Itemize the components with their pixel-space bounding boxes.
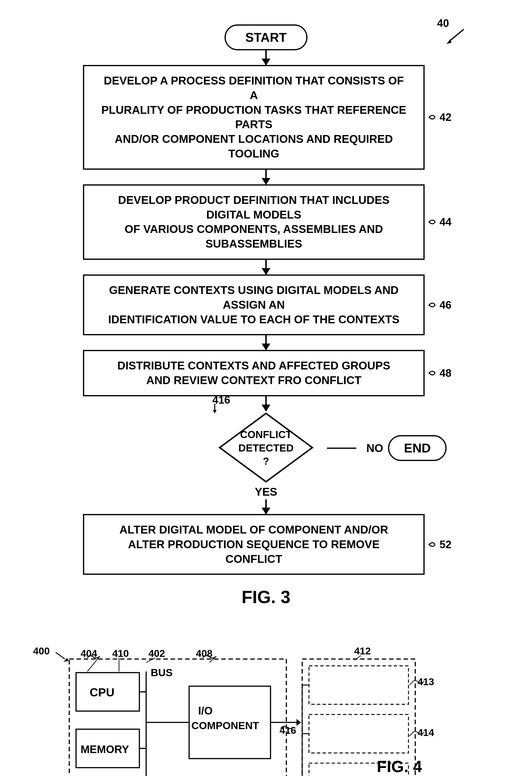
end-box: END xyxy=(388,435,447,461)
svg-text:400: 400 xyxy=(33,645,50,657)
arrow-46-to-48 xyxy=(265,335,267,350)
box44-row: DEVELOP PRODUCT DEFINITION THAT INCLUDES… xyxy=(83,184,449,260)
ref-52-container: 52 xyxy=(425,538,452,551)
diamond-shape: CONFLICTDETECTED? xyxy=(217,411,315,485)
svg-text:413: 413 xyxy=(418,676,434,688)
fig3-caption: FIG. 3 xyxy=(242,587,290,607)
box-44: DEVELOP PRODUCT DEFINITION THAT INCLUDES… xyxy=(83,184,425,260)
fig3-container: 40 START DEVELOP A PROCESS DEFINITION TH… xyxy=(19,24,513,607)
ref-48: 48 xyxy=(440,367,452,379)
arrow-44-to-46 xyxy=(265,260,267,274)
box48-row: DISTRIBUTE CONTEXTS AND AFFECTED GROUPS … xyxy=(83,350,449,396)
svg-line-6 xyxy=(56,652,65,659)
arrow-yes xyxy=(265,499,267,514)
yes-label: YES xyxy=(255,485,277,499)
ref-44: 44 xyxy=(440,216,452,228)
arrow-48-to-50 xyxy=(265,396,267,411)
ref-52: 52 xyxy=(440,538,452,551)
svg-text:CPU: CPU xyxy=(89,686,114,699)
box-46: GENERATE CONTEXTS USING DIGITAL MODELS A… xyxy=(83,274,425,335)
svg-rect-37 xyxy=(309,666,409,705)
svg-text:FIG. 4: FIG. 4 xyxy=(377,758,422,776)
box-42: DEVELOP A PROCESS DEFINITION THAT CONSIS… xyxy=(83,65,425,170)
svg-text:416: 416 xyxy=(280,725,296,736)
ref-42-container: 42 xyxy=(425,111,452,123)
svg-text:COMPONENT: COMPONENT xyxy=(191,720,259,732)
no-line xyxy=(327,447,356,449)
svg-text:404: 404 xyxy=(80,648,97,659)
ref-42: 42 xyxy=(440,111,452,123)
no-branch: NO END xyxy=(365,435,447,461)
svg-text:410: 410 xyxy=(112,648,129,659)
box46-row: GENERATE CONTEXTS USING DIGITAL MODELS A… xyxy=(83,274,449,335)
no-label: NO xyxy=(366,441,383,455)
ref-44-container: 44 xyxy=(425,216,452,228)
box-48: DISTRIBUTE CONTEXTS AND AFFECTED GROUPS … xyxy=(83,350,425,396)
diamond-row: 416 CONFLICTDETECTED? xyxy=(71,411,461,485)
yes-branch: YES xyxy=(255,485,277,514)
svg-text:414: 414 xyxy=(418,727,434,738)
svg-marker-32 xyxy=(296,719,301,726)
ref-46-container: 46 xyxy=(425,299,452,311)
box-52: ALTER DIGITAL MODEL OF COMPONENT AND/OR … xyxy=(83,514,425,575)
svg-text:I/O: I/O xyxy=(198,705,213,717)
svg-text:402: 402 xyxy=(149,648,165,659)
diamond-text: CONFLICTDETECTED? xyxy=(238,428,294,468)
box42-row: DEVELOP A PROCESS DEFINITION THAT CONSIS… xyxy=(83,65,449,170)
arrow-start-to-42 xyxy=(265,50,267,65)
svg-rect-40 xyxy=(309,715,409,753)
svg-line-39 xyxy=(409,683,412,685)
fig4-svg: 400 402 BUS 408 404 410 xyxy=(19,626,513,776)
arrow-42-to-44 xyxy=(265,170,267,184)
svg-marker-3 xyxy=(213,410,217,413)
svg-text:412: 412 xyxy=(354,645,371,657)
svg-text:MEMORY: MEMORY xyxy=(80,743,129,755)
box52-row: ALTER DIGITAL MODEL OF COMPONENT AND/OR … xyxy=(83,514,449,575)
svg-line-42 xyxy=(409,734,412,736)
ref-48-container: 48 xyxy=(425,367,452,379)
fig4-container: 400 402 BUS 408 404 410 xyxy=(19,626,513,776)
svg-text:BUS: BUS xyxy=(151,666,173,678)
flowchart: START DEVELOP A PROCESS DEFINITION THAT … xyxy=(19,24,513,575)
ref-46: 46 xyxy=(440,299,452,311)
start-box: START xyxy=(225,24,307,50)
page: 40 START DEVELOP A PROCESS DEFINITION TH… xyxy=(0,0,532,776)
